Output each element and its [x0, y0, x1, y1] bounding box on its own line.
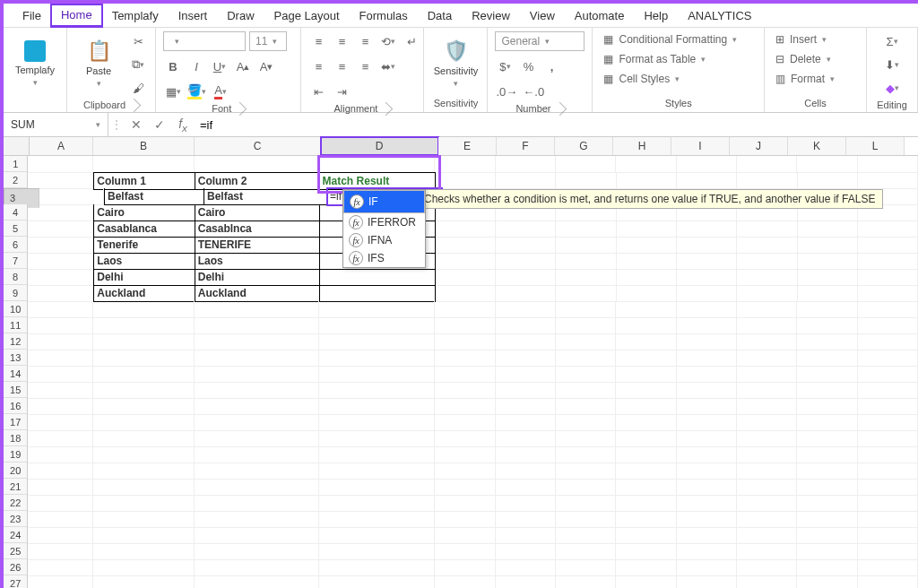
cell[interactable]: Tenerife: [93, 237, 195, 254]
name-box[interactable]: SUM▾: [4, 113, 108, 136]
cell[interactable]: [195, 479, 319, 496]
cell[interactable]: [28, 156, 93, 173]
underline-button[interactable]: U▾: [210, 56, 230, 76]
cell[interactable]: [195, 350, 319, 367]
row-header[interactable]: 25: [4, 543, 28, 559]
cell[interactable]: [677, 301, 737, 318]
cell[interactable]: [93, 398, 195, 415]
cell[interactable]: [677, 269, 737, 286]
cell[interactable]: [195, 463, 319, 480]
cell[interactable]: [616, 575, 676, 588]
cell[interactable]: [616, 543, 676, 560]
cell[interactable]: [677, 382, 737, 399]
format-cells-button[interactable]: ▥Format▾: [772, 71, 859, 87]
cell[interactable]: [797, 414, 857, 431]
insert-function-button[interactable]: fx: [171, 117, 195, 134]
cell[interactable]: [319, 301, 436, 318]
cell[interactable]: [616, 398, 676, 415]
cell[interactable]: [28, 446, 93, 463]
cell[interactable]: [737, 398, 797, 415]
cell[interactable]: [496, 398, 556, 415]
cell[interactable]: [737, 220, 797, 238]
cell[interactable]: [93, 559, 195, 576]
cell[interactable]: [677, 317, 737, 334]
cell[interactable]: [28, 495, 93, 512]
cell[interactable]: [797, 301, 857, 318]
cell[interactable]: [28, 204, 93, 221]
cell[interactable]: [39, 188, 104, 205]
cell[interactable]: [496, 543, 556, 560]
cell[interactable]: [319, 479, 436, 496]
cell[interactable]: [677, 543, 737, 560]
cell[interactable]: [435, 398, 495, 415]
cell[interactable]: [28, 527, 93, 544]
cell[interactable]: [28, 366, 93, 383]
tab-view[interactable]: View: [520, 5, 565, 26]
cell[interactable]: [28, 220, 93, 238]
cell[interactable]: [195, 301, 319, 318]
cell[interactable]: [677, 237, 737, 254]
bold-button[interactable]: B: [163, 56, 183, 76]
cell[interactable]: [858, 172, 918, 189]
cell[interactable]: [798, 285, 858, 302]
font-color-button[interactable]: A▾: [211, 82, 230, 101]
increase-decimal[interactable]: .0→: [495, 82, 518, 101]
increase-font-button[interactable]: A▴: [233, 56, 253, 76]
cell[interactable]: [616, 414, 676, 431]
cell[interactable]: [737, 543, 797, 560]
cell[interactable]: [496, 350, 556, 367]
cell[interactable]: [616, 479, 676, 496]
autocomplete-item[interactable]: fxIF: [343, 190, 425, 213]
row-header[interactable]: 13: [4, 350, 28, 366]
cell[interactable]: [798, 237, 858, 254]
comma-button[interactable]: ,: [541, 56, 561, 76]
cell[interactable]: [797, 398, 857, 415]
cell[interactable]: [556, 495, 616, 512]
formula-input[interactable]: [195, 117, 918, 133]
cell[interactable]: [319, 575, 436, 588]
cell[interactable]: [797, 156, 857, 173]
col-header-G[interactable]: G: [555, 137, 613, 155]
cell[interactable]: [677, 350, 737, 367]
cell[interactable]: [858, 156, 918, 173]
format-painter-button[interactable]: 🖌: [128, 78, 148, 98]
cell[interactable]: [616, 317, 676, 334]
cell[interactable]: [737, 237, 797, 254]
cell[interactable]: [28, 285, 93, 302]
cell[interactable]: [28, 317, 93, 334]
row-header[interactable]: 26: [4, 559, 28, 575]
tab-help[interactable]: Help: [634, 5, 678, 26]
cell[interactable]: [93, 414, 195, 431]
row-header[interactable]: 10: [4, 301, 28, 317]
cell[interactable]: [556, 317, 616, 334]
row-header[interactable]: 23: [4, 511, 28, 527]
cell[interactable]: TENERIFE: [195, 237, 320, 254]
cell[interactable]: [797, 575, 857, 588]
cell[interactable]: [858, 317, 918, 334]
row-header[interactable]: 8: [4, 269, 28, 285]
cell[interactable]: [435, 559, 495, 576]
cell[interactable]: [556, 446, 616, 463]
cell[interactable]: [28, 430, 93, 447]
cell[interactable]: [93, 495, 195, 512]
row-header[interactable]: 22: [4, 495, 28, 511]
currency-button[interactable]: $▾: [495, 56, 515, 76]
cell[interactable]: [195, 382, 319, 399]
align-top[interactable]: ≡: [308, 31, 328, 51]
cell[interactable]: [93, 511, 195, 528]
align-left[interactable]: ≡: [308, 56, 328, 76]
cell[interactable]: [93, 366, 195, 383]
cut-button[interactable]: ✂: [128, 31, 148, 51]
row-header[interactable]: 12: [4, 333, 28, 350]
cell[interactable]: [556, 253, 616, 270]
cell[interactable]: [797, 446, 857, 463]
cell[interactable]: Casablanca: [93, 220, 195, 238]
cell[interactable]: [858, 430, 918, 447]
select-all-corner[interactable]: [4, 137, 30, 155]
cell[interactable]: [496, 430, 556, 447]
cell[interactable]: [858, 543, 918, 560]
cell[interactable]: [797, 463, 857, 480]
align-right[interactable]: ≡: [355, 56, 375, 76]
cell[interactable]: [616, 559, 676, 576]
cell[interactable]: [93, 543, 195, 560]
